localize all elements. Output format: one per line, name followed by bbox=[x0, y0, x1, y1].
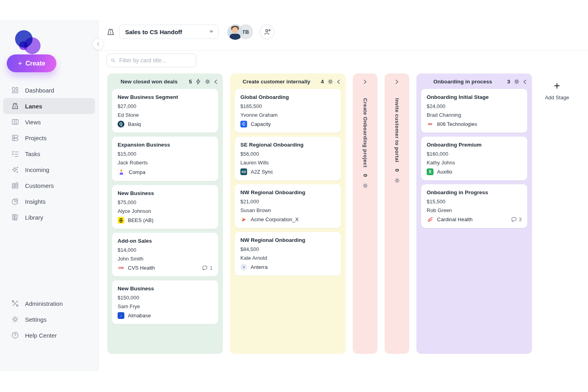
card-person: Alyce Johnson bbox=[118, 208, 213, 214]
card[interactable]: Expansion Business $15,000 Jack Roberts … bbox=[112, 137, 218, 181]
card-person: Sam Frye bbox=[118, 303, 213, 309]
card-title: New Business bbox=[118, 190, 213, 196]
card-title: Expansion Business bbox=[118, 142, 213, 148]
card-person: Rob Green bbox=[427, 207, 522, 213]
company-logo-icon: – bbox=[118, 312, 124, 319]
stage-settings-icon[interactable] bbox=[514, 79, 520, 85]
customers-icon bbox=[11, 182, 19, 189]
company-name: BEES (AB) bbox=[128, 217, 153, 223]
create-button[interactable]: + Create bbox=[7, 54, 56, 72]
sidebar-item-label: Views bbox=[25, 119, 41, 126]
sidebar-item-label: Insights bbox=[25, 198, 46, 205]
stage-settings-icon[interactable] bbox=[205, 79, 211, 85]
company-name: Compa bbox=[129, 169, 145, 175]
stage-count: 4 bbox=[321, 79, 324, 85]
card[interactable]: Onboarding Initial Stage $24,000 Brad Ch… bbox=[421, 89, 527, 133]
stage-settings-icon[interactable] bbox=[362, 183, 368, 190]
card-person: Kathy Johns bbox=[427, 160, 522, 166]
sidebar-item-insights[interactable]: Insights bbox=[3, 193, 95, 209]
lanes-icon bbox=[11, 102, 19, 110]
sidebar-item-customers[interactable]: Customers bbox=[3, 178, 95, 193]
stage-cards: New Business Segment $27,000 Ed Stone QB… bbox=[107, 88, 223, 329]
board-selector-dropdown[interactable]: Sales to CS Handoff bbox=[119, 25, 219, 39]
company-name: Almabase bbox=[128, 313, 151, 319]
card-title: New Business bbox=[118, 286, 213, 292]
card[interactable]: Onboarding in Progress $15,500 Rob Green… bbox=[421, 184, 527, 228]
stage-create-onboarding-project: Create Onboarding project 0 bbox=[353, 73, 377, 354]
filter-input[interactable] bbox=[118, 57, 192, 64]
card-title: Global Onboarding bbox=[240, 94, 335, 100]
card[interactable]: Add-on Sales $14,000 John Smith CVS CVS … bbox=[112, 233, 218, 276]
company-name: A2Z Sync bbox=[251, 169, 273, 175]
company-logo-icon: C bbox=[240, 121, 247, 127]
collapse-stage-icon[interactable] bbox=[523, 79, 526, 84]
chevron-left-icon bbox=[97, 42, 100, 46]
sidebar-item-projects[interactable]: Projects bbox=[3, 130, 95, 146]
sidebar-item-label: Administration bbox=[25, 300, 63, 307]
card[interactable]: New Business Segment $27,000 Ed Stone QB… bbox=[112, 89, 218, 133]
sidebar-collapse-toggle[interactable] bbox=[93, 39, 104, 50]
dashboard-icon bbox=[11, 86, 19, 94]
avatar[interactable] bbox=[227, 24, 243, 40]
company-logo-icon: Λ bbox=[240, 264, 247, 270]
card[interactable]: New Business $150,000 Sam Frye –Almabase bbox=[112, 280, 218, 324]
library-icon bbox=[11, 213, 19, 221]
stage-title: Create customer internally bbox=[236, 79, 317, 85]
card[interactable]: Onboarding Premium $160,000 Kathy Johns … bbox=[421, 137, 527, 180]
sidebar-item-incoming[interactable]: Incoming bbox=[3, 162, 95, 178]
sidebar-item-dashboard[interactable]: Dashboard bbox=[3, 82, 95, 98]
sidebar-item-help-center[interactable]: Help Center bbox=[3, 327, 95, 343]
plus-icon: + bbox=[554, 81, 560, 91]
search-icon bbox=[111, 57, 115, 64]
app-window: + Create Dashboard Lanes Views Projects bbox=[0, 0, 588, 392]
sidebar-item-label: Customers bbox=[25, 182, 54, 189]
card[interactable]: NW Regional Onboarding $84,500 Kate Arno… bbox=[235, 232, 341, 276]
card[interactable]: Global Onboarding $165,500 Yvonne Graham… bbox=[235, 89, 341, 133]
stage-settings-icon[interactable] bbox=[327, 79, 333, 85]
help-center-icon bbox=[11, 331, 19, 339]
card-person: Yvonne Graham bbox=[240, 112, 335, 118]
card-person: Ed Stone bbox=[118, 112, 213, 118]
sidebar-item-settings[interactable]: Settings bbox=[3, 311, 95, 327]
sidebar-item-views[interactable]: Views bbox=[3, 114, 95, 130]
add-stage-button[interactable]: + Add Stage bbox=[539, 81, 575, 100]
stage-settings-icon[interactable] bbox=[394, 178, 400, 185]
invite-member-button[interactable] bbox=[260, 25, 275, 39]
expand-stage-icon[interactable] bbox=[393, 77, 401, 86]
comment-count-label: 1 bbox=[210, 265, 213, 271]
sidebar: + Create Dashboard Lanes Views Projects bbox=[0, 20, 99, 371]
comment-count[interactable]: 3 bbox=[511, 216, 522, 222]
collapse-stage-icon[interactable] bbox=[337, 79, 340, 84]
sidebar-item-label: Library bbox=[25, 214, 43, 221]
sidebar-item-library[interactable]: Library bbox=[3, 209, 95, 225]
automation-icon[interactable] bbox=[195, 79, 201, 85]
board-members: TB bbox=[227, 24, 253, 39]
sidebar-item-label: Lanes bbox=[25, 103, 42, 110]
sidebar-item-administration[interactable]: Administration bbox=[3, 295, 95, 311]
card[interactable]: New Business $75,000 Alyce Johnson BEES … bbox=[112, 185, 218, 229]
company-name: Capacity bbox=[251, 121, 271, 127]
stage-header: Onboarding in process 3 bbox=[416, 73, 532, 88]
card[interactable]: NW Regional Onboarding $21,000 Susan Bro… bbox=[235, 184, 341, 228]
stage-onboarding-in-process: Onboarding in process 3 Onboarding Initi… bbox=[416, 73, 532, 354]
expand-stage-icon[interactable] bbox=[361, 77, 369, 86]
stage-title: New closed won deals bbox=[113, 79, 185, 85]
sidebar-item-tasks[interactable]: Tasks bbox=[3, 146, 95, 162]
tasks-icon bbox=[11, 150, 19, 158]
card-person: John Smith bbox=[118, 256, 213, 262]
comment-count-label: 3 bbox=[519, 217, 522, 222]
card-person: Brad Channing bbox=[427, 112, 522, 118]
company-name: Acme Corporation_X bbox=[251, 216, 299, 222]
topbar: Sales to CS Handoff TB bbox=[106, 24, 275, 40]
sidebar-item-lanes[interactable]: Lanes bbox=[3, 98, 95, 114]
card[interactable]: SE Regional Onboarding $56,000 Lauren Wi… bbox=[235, 137, 341, 180]
stage-count: 0 bbox=[394, 169, 400, 172]
add-person-icon bbox=[264, 28, 271, 35]
sidebar-item-label: Dashboard bbox=[25, 87, 54, 94]
card-value: $84,500 bbox=[240, 246, 335, 252]
collapse-stage-icon[interactable] bbox=[214, 79, 217, 84]
company-logo-icon bbox=[118, 217, 124, 224]
card-title: New Business Segment bbox=[118, 94, 213, 100]
incoming-icon bbox=[11, 166, 19, 174]
comment-count[interactable]: 1 bbox=[202, 265, 213, 271]
